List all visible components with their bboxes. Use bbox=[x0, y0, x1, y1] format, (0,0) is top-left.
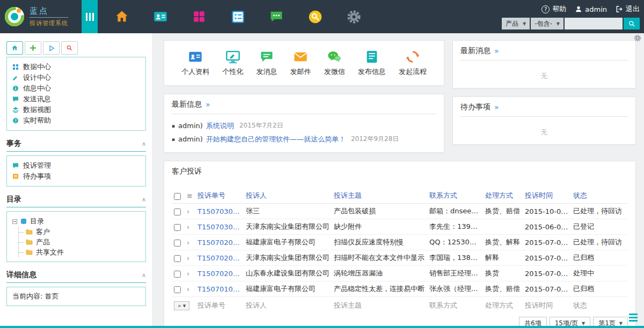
row-checkbox[interactable] bbox=[174, 271, 181, 278]
logout-link[interactable]: 退出 bbox=[616, 4, 640, 14]
card-title: 最新消息 bbox=[460, 46, 491, 56]
row-expand-caret[interactable]: › bbox=[185, 235, 195, 250]
home-nav-button[interactable] bbox=[114, 9, 130, 25]
chevron-up-icon[interactable]: ∧ bbox=[142, 140, 146, 147]
apps-nav-button[interactable] bbox=[191, 9, 207, 25]
shortcut-send-wechat[interactable]: 发微信 bbox=[324, 49, 345, 77]
tree-item-shared-files[interactable]: 共享文件 bbox=[19, 247, 140, 257]
global-search-input[interactable] bbox=[565, 18, 623, 29]
more-link[interactable]: » bbox=[494, 103, 499, 111]
row-expand-caret[interactable]: › bbox=[185, 281, 195, 297]
complaint-id-link[interactable]: T150703001 bbox=[195, 219, 244, 235]
table-row[interactable]: › T150702006 山东春永建设集团有限公司 涡轮增压器漏油 销售部王经理… bbox=[172, 266, 628, 281]
row-checkbox[interactable] bbox=[174, 224, 181, 231]
column-header-handling[interactable]: 处理方式 bbox=[483, 188, 523, 204]
page-select[interactable]: 第1页 ▼ bbox=[593, 317, 628, 326]
help-link[interactable]: ? 帮助 bbox=[541, 4, 566, 14]
row-expand-caret[interactable]: › bbox=[185, 250, 195, 266]
tree-root-directory[interactable]: 目录 bbox=[12, 216, 140, 227]
search-operator-value: -包含- bbox=[535, 19, 552, 28]
more-link[interactable]: » bbox=[206, 100, 210, 109]
sidebar-item-data-center[interactable]: 数据中心 bbox=[12, 62, 140, 72]
complaint-id-link[interactable]: T150702006 bbox=[195, 266, 244, 281]
sidebar-item-send-message[interactable]: 发送讯息 bbox=[12, 94, 140, 105]
tab-add[interactable] bbox=[25, 41, 41, 55]
search-field-select[interactable]: 产品 ▼ bbox=[502, 18, 530, 29]
column-header-subject[interactable]: 投诉主题 bbox=[332, 188, 427, 204]
table-row[interactable]: › T150701005 福建康富电子有限公司 产品稳定性太差，连接易中断 张永… bbox=[172, 281, 628, 297]
chevron-up-icon[interactable]: ∧ bbox=[142, 196, 146, 203]
complaint-id-link[interactable]: T150702008 bbox=[195, 235, 244, 250]
table-header-row: ≡ 投诉单号 投诉人 投诉主题 联系方式 处理方式 投诉时间 状态 bbox=[172, 188, 628, 204]
sidebar-tabs bbox=[6, 41, 146, 55]
complaint-id-link[interactable]: T150702007 bbox=[195, 250, 244, 266]
main-menu-button[interactable] bbox=[82, 0, 98, 33]
section-affairs-header[interactable]: 事务 ∧ bbox=[6, 139, 146, 152]
shortcut-publish-info[interactable]: 发布信息 bbox=[358, 49, 386, 77]
sidebar-item-todo[interactable]: 待办事项 bbox=[12, 171, 140, 182]
row-expand-caret[interactable]: › bbox=[185, 219, 195, 235]
tab-run[interactable] bbox=[43, 41, 60, 55]
column-header-status[interactable]: 状态 bbox=[571, 188, 628, 204]
sidebar-item-design-center[interactable]: 设计中心 bbox=[12, 72, 140, 83]
sidebar-item-complaint-management[interactable]: 投诉管理 bbox=[12, 160, 140, 171]
shortcut-profile[interactable]: 个人资料 bbox=[181, 49, 209, 77]
row-expand-caret[interactable]: › bbox=[185, 204, 195, 219]
row-expand-caret[interactable]: › bbox=[185, 266, 195, 281]
item-link[interactable]: 开始构建您自己的管理软件——就这么简单！ bbox=[206, 135, 346, 144]
table-row[interactable]: › T150702008 福建康富电子有限公司 扫描仪反应速度特别慢 QQ：12… bbox=[172, 235, 628, 250]
complaint-handling-cell: 换货、赔偿 bbox=[483, 281, 523, 297]
bottom-hamburger-menu[interactable] bbox=[629, 314, 638, 322]
tree-item-product[interactable]: 产品 bbox=[19, 237, 140, 247]
contacts-nav-button[interactable] bbox=[152, 9, 169, 25]
complaint-status-cell: 已登记 bbox=[571, 219, 628, 235]
complaints-table: ≡ 投诉单号 投诉人 投诉主题 联系方式 处理方式 投诉时间 状态 bbox=[172, 188, 628, 313]
tasks-nav-button[interactable] bbox=[230, 9, 246, 25]
search-operator-select[interactable]: -包含- ▼ bbox=[531, 18, 564, 29]
page-size-select[interactable]: 15项/页 ▼ bbox=[550, 317, 590, 326]
chevron-up-icon[interactable]: ∧ bbox=[142, 272, 146, 279]
user-menu[interactable]: admin bbox=[575, 5, 607, 13]
row-checkbox[interactable] bbox=[174, 255, 181, 262]
section-directory-header[interactable]: 目录 ∧ bbox=[6, 195, 146, 207]
column-menu-icon[interactable]: ≡ bbox=[185, 188, 195, 204]
settings-nav-button[interactable] bbox=[346, 9, 362, 25]
shortcut-send-message[interactable]: 发消息 bbox=[256, 49, 277, 77]
row-checkbox[interactable] bbox=[174, 208, 181, 215]
tab-search[interactable] bbox=[61, 41, 78, 55]
column-header-contact[interactable]: 联系方式 bbox=[427, 188, 483, 204]
shortcut-personalize[interactable]: 个性化 bbox=[222, 49, 243, 77]
item-link[interactable]: 系统说明 bbox=[206, 121, 234, 131]
global-search-button[interactable] bbox=[624, 18, 640, 29]
column-header-person[interactable]: 投诉人 bbox=[244, 188, 332, 204]
sidebar-item-live-help[interactable]: ? 实时帮助 bbox=[12, 115, 140, 126]
search-nav-button[interactable] bbox=[307, 9, 323, 25]
column-header-id[interactable]: 投诉单号 bbox=[195, 188, 244, 204]
complaint-id-link[interactable]: T150701005 bbox=[195, 281, 244, 297]
tab-home[interactable] bbox=[6, 41, 23, 55]
table-row[interactable]: › T150703002 张三 产品包装破损 邮箱：dnsee@... 换货、赔… bbox=[172, 204, 628, 219]
complaint-id-link[interactable]: T150703002 bbox=[195, 204, 244, 219]
shortcut-send-email[interactable]: 发邮件 bbox=[290, 49, 311, 77]
row-checkbox[interactable] bbox=[174, 286, 181, 293]
top-navigation bbox=[98, 0, 362, 33]
tree-collapse-icon[interactable] bbox=[12, 219, 17, 224]
complaints-card: 客户投诉 ≡ 投诉单号 投诉人 投诉主题 联系方式 处理方式 bbox=[164, 161, 636, 326]
row-checkbox[interactable] bbox=[174, 240, 181, 247]
shortcut-start-process[interactable]: 发起流程 bbox=[399, 49, 427, 77]
filter-expand-button[interactable]: » ▾ bbox=[174, 301, 189, 310]
table-row[interactable]: › T150702007 天津东南实业集团有限公司 扫描时不能在文本文件中显示 … bbox=[172, 250, 628, 266]
sidebar-item-info-center[interactable]: 信息中心 bbox=[12, 83, 140, 94]
select-all-checkbox[interactable] bbox=[174, 193, 181, 200]
content-settings-gear-icon[interactable] bbox=[634, 34, 641, 42]
table-row[interactable]: › T150703001 天津东南实业集团有限公司 缺少附件 李先生：13903… bbox=[172, 219, 628, 235]
brand-text: 蓝点 投诉管理系统 bbox=[30, 6, 68, 27]
plus-icon bbox=[30, 44, 36, 51]
sidebar-item-data-view[interactable]: 数据视图 bbox=[12, 105, 140, 115]
tree-item-customer[interactable]: 客户 bbox=[19, 227, 140, 237]
section-details-header[interactable]: 详细信息 ∧ bbox=[6, 270, 146, 283]
column-header-time[interactable]: 投诉时间 bbox=[523, 188, 571, 204]
more-link[interactable]: » bbox=[494, 47, 499, 55]
chat-nav-button[interactable] bbox=[268, 9, 284, 25]
latest-info-list: ▪ admin) 系统说明 2015年7月2日 ▪ admin) 开始构建您自己… bbox=[172, 114, 436, 146]
